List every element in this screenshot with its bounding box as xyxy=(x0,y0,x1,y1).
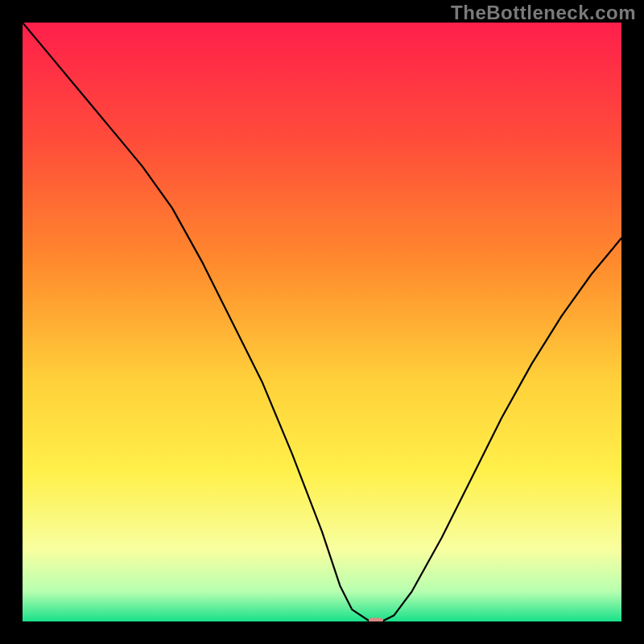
optimal-point-marker xyxy=(369,618,383,622)
bottleneck-chart xyxy=(23,23,621,621)
watermark-text: TheBottleneck.com xyxy=(451,2,636,24)
chart-frame: TheBottleneck.com xyxy=(0,0,644,644)
